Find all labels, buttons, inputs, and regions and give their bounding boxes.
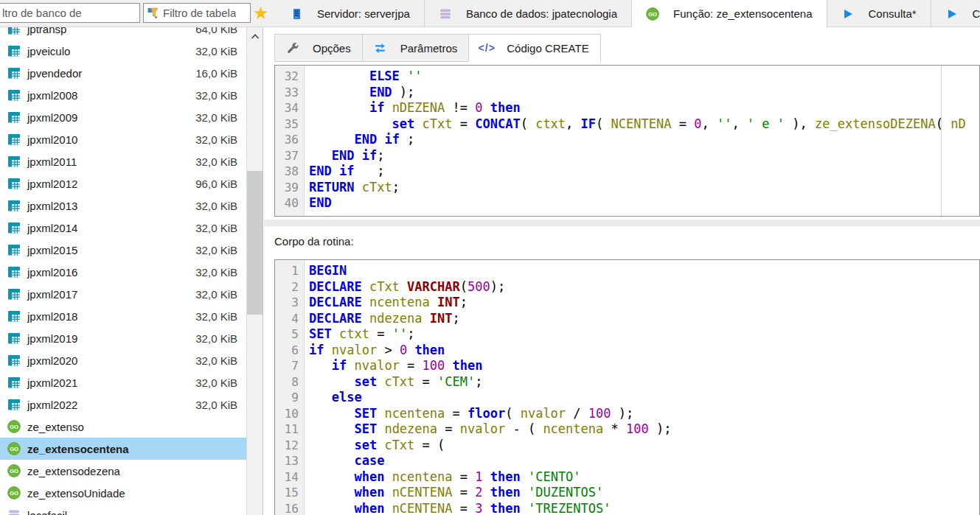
tree-item-jpxml2015[interactable]: jpxml201532,0 KiB: [0, 239, 246, 261]
tree-item-label: jpxml2017: [27, 288, 77, 301]
go-function-icon: GO: [7, 420, 21, 433]
subtab-parametros[interactable]: Parâmetros: [362, 34, 470, 62]
code-line: RETURN cTxt;: [309, 180, 979, 196]
database-filter-input[interactable]: ltro de banco de: [0, 3, 140, 23]
tree-item-jpxml2010[interactable]: jpxml201032,0 KiB: [0, 128, 246, 150]
tab-banco-de-dados[interactable]: Banco de dados: jpatecnologia: [425, 0, 632, 27]
database-tree[interactable]: jptransp64,0 KiBjpveiculo32,0 KiBjpvende…: [0, 27, 246, 515]
code-line: DECLARE ncentena INT;: [309, 295, 979, 311]
tree-item-label: locafacil: [27, 509, 67, 515]
database-filter-text: ltro de banco de: [2, 7, 82, 19]
tree-item-jpxml2014[interactable]: jpxml201432,0 KiB: [0, 217, 246, 239]
tree-item-label: ze_extenso: [27, 421, 84, 433]
tree-item-label: jpxml2016: [27, 266, 77, 278]
line-number: 34: [275, 100, 299, 116]
tree-item-label: ze_extensoUnidade: [27, 487, 125, 500]
tree-item-size: 32,0 KiB: [195, 89, 237, 102]
table-icon: [7, 243, 21, 256]
tab-funcao[interactable]: GOFunção: ze_extensocentena: [632, 0, 827, 27]
tree-item-size: 32,0 KiB: [195, 222, 237, 234]
tree-item-size: 32,0 KiB: [195, 200, 237, 212]
tree-item-jpxml2013[interactable]: jpxml201332,0 KiB: [0, 195, 246, 217]
code-line: set cTxt = CONCAT( ctxt, IF( NCENTENA = …: [309, 116, 979, 133]
code-line: if nvalor = 100 then: [309, 358, 979, 374]
line-number: 4: [275, 311, 299, 327]
tree-item-jpxml2020[interactable]: jpxml202032,0 KiB: [0, 349, 246, 371]
tree-item-jpxml2018[interactable]: jpxml201832,0 KiB: [0, 305, 246, 327]
tab-consulta[interactable]: Consulta*: [827, 0, 931, 27]
tree-item-jpxml2022[interactable]: jpxml202232,0 KiB: [0, 393, 246, 416]
tree-item-ze_extensodezena[interactable]: GOze_extensodezena: [0, 460, 246, 482]
svg-text:GO: GO: [10, 490, 18, 497]
tree-item-size: 32,0 KiB: [195, 288, 237, 301]
function-subtab-bar: OpçõesParâmetros</>Código CREATE: [274, 34, 600, 62]
tree-item-jptransp[interactable]: jptransp64,0 KiB: [0, 27, 246, 40]
sidebar-scrollbar[interactable]: [246, 27, 263, 515]
tree-item-size: 32,0 KiB: [195, 266, 237, 278]
line-number: 36: [275, 132, 299, 148]
code-line: SET ctxt = '';: [309, 326, 979, 343]
tree-item-jpxml2019[interactable]: jpxml201932,0 KiB: [0, 327, 246, 349]
tree-item-label: jpxml2018: [27, 310, 77, 323]
table-icon: [7, 44, 21, 57]
table-icon: [7, 309, 21, 323]
tree-item-label: jpxml2008: [27, 89, 77, 102]
tab-label: Banco de dados: jpatecnologia: [466, 7, 617, 20]
tree-item-size: 32,0 KiB: [195, 133, 237, 146]
table-filter-text: Filtro de tabela: [163, 7, 236, 19]
tab-consulta-2[interactable]: Con: [931, 0, 980, 27]
scroll-up-button[interactable]: [247, 27, 263, 42]
table-icon: [7, 155, 21, 168]
line-number: 35: [275, 116, 299, 133]
code-line: when ncentena = 1 then 'CENTO': [309, 469, 979, 486]
scrollbar-thumb[interactable]: [247, 171, 263, 315]
table-filter-input[interactable]: Filtro de tabela: [143, 3, 251, 23]
line-number: 5: [275, 326, 299, 343]
table-icon: [7, 354, 21, 367]
tree-item-jpxml2011[interactable]: jpxml201132,0 KiB: [0, 150, 246, 172]
line-number: 13: [275, 453, 299, 469]
tree-item-ze_extenso[interactable]: GOze_extenso: [0, 416, 246, 438]
tree-item-jpxml2012[interactable]: jpxml201296,0 KiB: [0, 172, 246, 195]
table-icon: [7, 133, 21, 146]
tree-item-label: ze_extensodezena: [27, 465, 120, 477]
tree-item-jpxml2008[interactable]: jpxml200832,0 KiB: [0, 84, 246, 106]
tree-item-jpxml2017[interactable]: jpxml201732,0 KiB: [0, 283, 246, 305]
go-function-icon: GO: [7, 464, 21, 477]
tree-item-jpxml2021[interactable]: jpxml202132,0 KiB: [0, 371, 246, 393]
code-line: if nDEZENA != 0 then: [309, 100, 979, 116]
tree-item-size: 32,0 KiB: [195, 399, 237, 411]
subtab-label: Código CREATE: [507, 42, 588, 55]
tab-servidor[interactable]: Servidor: serverjpa: [276, 0, 425, 27]
tree-item-locafacil[interactable]: locafacil: [0, 504, 246, 515]
swap-arrows-icon: [374, 41, 387, 55]
tree-item-jpxml2016[interactable]: jpxml201632,0 KiB: [0, 261, 246, 283]
tree-item-size: 32,0 KiB: [195, 45, 237, 57]
tree-item-jpveiculo[interactable]: jpveiculo32,0 KiB: [0, 40, 246, 62]
svg-text:GO: GO: [648, 10, 657, 17]
tree-item-label: jpxml2019: [27, 332, 77, 345]
code-line: when nCENTENA = 2 then 'DUZENTOS': [309, 485, 979, 501]
sql-editor-routine-body[interactable]: 1234567891011121314151617BEGINDECLARE cT…: [274, 259, 980, 515]
tree-item-size: 64,0 KiB: [195, 27, 237, 35]
tree-list: jptransp64,0 KiBjpveiculo32,0 KiBjpvende…: [0, 27, 246, 515]
subtab-label: Parâmetros: [400, 42, 458, 55]
splitter[interactable]: [264, 220, 980, 226]
wrench-icon: [286, 41, 299, 55]
main-tab-bar: Servidor: serverjpaBanco de dados: jpate…: [276, 0, 980, 27]
code-line: END if ;: [309, 132, 979, 148]
tree-item-ze_extensoUnidade[interactable]: GOze_extensoUnidade: [0, 482, 246, 504]
subtab-codigo-create[interactable]: </>Código CREATE: [468, 34, 600, 62]
favorites-star-icon[interactable]: ★: [253, 1, 269, 25]
routine-body-label: Corpo da rotina:: [274, 235, 354, 248]
database-icon: [439, 7, 452, 21]
line-number: 12: [275, 438, 299, 454]
code-line: SET ncentena = floor( nvalor / 100 );: [309, 406, 979, 422]
subtab-opcoes[interactable]: Opções: [274, 34, 363, 62]
tree-item-jpvendedor[interactable]: jpvendedor16,0 KiB: [0, 62, 246, 84]
database-icon: [7, 508, 21, 515]
sql-editor-create-code[interactable]: 323334353637383940 ELSE '' END ); if nDE…: [274, 65, 980, 217]
tree-item-jpxml2009[interactable]: jpxml200932,0 KiB: [0, 106, 246, 128]
tree-item-ze_extensocentena[interactable]: GOze_extensocentena: [0, 438, 246, 460]
table-icon: [7, 287, 21, 301]
